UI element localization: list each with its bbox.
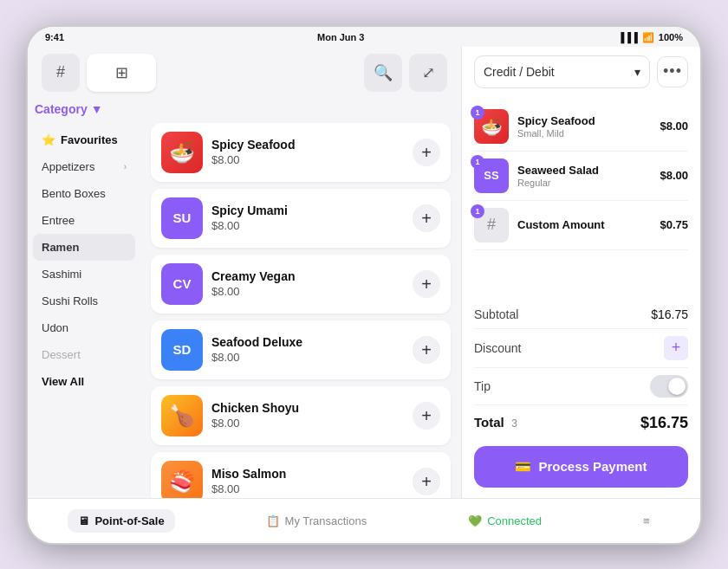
table-row: # 1 Custom Amount $0.75 <box>474 201 688 250</box>
main-content: # ⊞ 🔍 ⤢ Category ▼ <box>28 47 700 498</box>
add-item-button[interactable]: + <box>413 270 440 298</box>
sidebar-item-dessert[interactable]: Dessert <box>28 341 140 368</box>
add-item-button[interactable]: + <box>413 336 440 364</box>
grand-total-label: Total <box>474 415 504 430</box>
search-button[interactable]: 🔍 <box>364 54 402 92</box>
view-all-button[interactable]: View All <box>28 368 140 395</box>
toggle-knob <box>668 378 686 395</box>
order-item-thumb: SS 1 <box>474 158 509 193</box>
order-item-name: Seaweed Salad <box>517 164 651 177</box>
payment-method-dropdown[interactable]: Credit / Debit ▾ <box>474 55 650 88</box>
category-arrow-icon: ▼ <box>91 102 103 116</box>
sidebar-item-favourites[interactable]: ⭐ Favourites <box>28 126 140 153</box>
menu-item-info: Chicken Shoyu $8.00 <box>211 401 404 430</box>
grid-button[interactable]: ⊞ <box>87 54 156 92</box>
order-list: 🍜 1 Spicy Seafood Small, Mild $8.00 SS 1 <box>462 97 700 292</box>
menu-item-image-chicken-shoyu: 🍗 <box>161 395 203 436</box>
subtotal-row: Subtotal $16.75 <box>474 301 688 329</box>
sidebar: ⭐ Favourites Appetizers › Bento Boxes En… <box>28 120 140 498</box>
grid-icon: ⊞ <box>115 63 128 82</box>
status-time: 9:41 <box>45 32 64 42</box>
sidebar-item-bento[interactable]: Bento Boxes <box>28 180 140 207</box>
grand-total-value: $16.75 <box>640 414 688 432</box>
order-item-price: $8.00 <box>660 120 688 133</box>
menu-item-price: $8.00 <box>211 219 404 232</box>
nav-transactions-label: My Transactions <box>285 514 367 527</box>
nav-item-menu[interactable]: ≡ <box>633 509 660 533</box>
hash-button[interactable]: # <box>42 54 80 92</box>
list-item: SD Seafood Deluxe $8.00 + <box>151 320 451 379</box>
list-item: 🍣 Miso Salmon $8.00 + <box>151 452 451 498</box>
nav-item-transactions[interactable]: 📋 My Transactions <box>256 509 378 533</box>
menu-item-info: Spicy Seafood $8.00 <box>211 138 404 166</box>
list-item: 🍗 Chicken Shoyu $8.00 + <box>151 386 451 445</box>
subtotal-label: Subtotal <box>474 307 518 321</box>
order-item-name: Custom Amount <box>517 218 651 231</box>
discount-label: Discount <box>474 341 521 355</box>
sidebar-item-sushi[interactable]: Sushi Rolls <box>28 288 140 314</box>
order-item-thumb: 🍜 1 <box>474 109 509 144</box>
grand-total-label-group: Total 3 <box>474 415 517 430</box>
expand-icon: ⤢ <box>422 63 435 82</box>
hamburger-icon: ≡ <box>643 514 650 527</box>
wifi-icon: 📶 <box>642 32 654 43</box>
add-discount-button[interactable]: + <box>664 336 688 360</box>
nav-item-connected[interactable]: 💚 Connected <box>458 509 552 533</box>
category-row: Category ▼ <box>28 99 461 120</box>
sidebar-item-udon[interactable]: Udon <box>28 314 140 341</box>
sidebar-item-ramen[interactable]: Ramen <box>33 234 135 261</box>
add-item-button[interactable]: + <box>413 468 440 495</box>
quantity-badge: 1 <box>471 155 484 169</box>
nav-pos-label: Point-of-Sale <box>94 514 164 527</box>
nav-item-pos[interactable]: 🖥 Point-of-Sale <box>68 509 174 533</box>
hash-icon: # <box>56 63 65 81</box>
menu-item-name: Miso Salmon <box>211 467 404 481</box>
order-item-price: $8.00 <box>660 169 688 182</box>
category-dropdown[interactable]: Category ▼ <box>35 102 103 116</box>
transactions-icon: 📋 <box>266 514 280 527</box>
subtotal-value: $16.75 <box>651 307 688 321</box>
bottom-nav: 🖥 Point-of-Sale 📋 My Transactions 💚 Conn… <box>28 498 700 543</box>
tip-row: Tip <box>474 368 688 405</box>
table-row: SS 1 Seaweed Salad Regular $8.00 <box>474 152 688 201</box>
quantity-badge: 1 <box>471 204 484 218</box>
order-item-name: Spicy Seafood <box>517 114 651 127</box>
expand-button[interactable]: ⤢ <box>409 54 447 92</box>
order-item-thumb: # 1 <box>474 208 509 242</box>
menu-item-name: Spicy Umami <box>211 204 404 217</box>
process-payment-button[interactable]: 💳 Process Payment <box>474 446 688 488</box>
menu-item-name: Chicken Shoyu <box>211 401 404 415</box>
grand-total-count: 3 <box>511 417 517 430</box>
tip-label: Tip <box>474 379 491 393</box>
menu-item-name: Creamy Vegan <box>211 269 404 283</box>
sidebar-item-entree[interactable]: Entree <box>28 207 140 234</box>
right-header: Credit / Debit ▾ ••• <box>462 47 700 97</box>
quantity-badge: 1 <box>471 106 484 120</box>
payment-icon: 💳 <box>515 459 531 475</box>
order-item-sub: Regular <box>517 178 651 188</box>
menu-item-price: $8.00 <box>211 285 404 298</box>
sidebar-item-appetizers[interactable]: Appetizers › <box>28 153 140 180</box>
add-item-button[interactable]: + <box>413 204 440 232</box>
tip-toggle[interactable] <box>650 375 688 398</box>
menu-item-avatar-seafood-deluxe: SD <box>161 329 203 371</box>
sidebar-item-sashimi[interactable]: Sashimi <box>28 261 140 288</box>
content-area: ⭐ Favourites Appetizers › Bento Boxes En… <box>28 120 461 498</box>
list-item: SU Spicy Umami $8.00 + <box>151 189 451 248</box>
more-options-button[interactable]: ••• <box>657 56 688 87</box>
menu-list: 🍜 Spicy Seafood $8.00 + SU Spicy Umami $… <box>140 120 461 498</box>
chevron-right-icon: › <box>124 162 127 171</box>
order-item-info: Custom Amount <box>517 218 651 232</box>
left-panel: # ⊞ 🔍 ⤢ Category ▼ <box>28 47 461 498</box>
menu-item-price: $8.00 <box>211 351 404 364</box>
top-toolbar: # ⊞ 🔍 ⤢ <box>28 47 461 99</box>
add-item-button[interactable]: + <box>413 402 440 430</box>
menu-item-info: Creamy Vegan $8.00 <box>211 269 404 298</box>
list-item: 🍜 Spicy Seafood $8.00 + <box>151 123 451 182</box>
star-icon: ⭐ <box>42 133 55 146</box>
device-frame: 9:41 Mon Jun 3 ▐▐▐ 📶 100% # ⊞ 🔍 <box>26 25 702 545</box>
grand-total-row: Total 3 $16.75 <box>474 405 688 437</box>
ellipsis-icon: ••• <box>663 62 682 81</box>
menu-item-price: $8.00 <box>211 153 404 166</box>
add-item-button[interactable]: + <box>413 139 440 166</box>
